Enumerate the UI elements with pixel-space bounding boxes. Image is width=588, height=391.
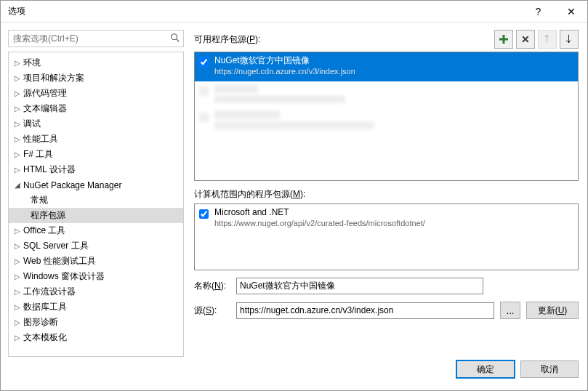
dialog-footer: 确定 取消 [1, 357, 587, 390]
sources-list[interactable]: NuGet微软官方中国镜像https://nuget.cdn.azure.cn/… [194, 52, 579, 181]
chevron-right-icon: ▷ [13, 242, 22, 250]
tree-item-label: 图形诊断 [22, 316, 58, 328]
remove-source-button[interactable]: ✕ [516, 30, 535, 49]
source-checkbox[interactable] [199, 209, 209, 219]
tree-item[interactable]: ▷性能工具 [9, 132, 183, 147]
tree-item-label: F# 工具 [22, 148, 53, 161]
chevron-right-icon: ▷ [13, 120, 22, 128]
tree-item-label: SQL Server 工具 [22, 240, 89, 252]
tree-item-label: 程序包源 [29, 209, 65, 222]
tree-item[interactable]: ▷数据库工具 [9, 299, 183, 315]
svg-rect-3 [499, 39, 508, 41]
tree-item-label: NuGet Package Manager [22, 180, 121, 190]
svg-point-0 [172, 34, 177, 40]
help-button[interactable]: ? [522, 1, 555, 23]
tree-item[interactable]: ▷调试 [9, 116, 183, 132]
source-name: NuGet微软官方中国镜像 [214, 55, 355, 66]
name-input[interactable] [236, 278, 483, 294]
tree-item-label: 文本编辑器 [22, 102, 67, 115]
plus-icon [499, 34, 509, 44]
options-tree[interactable]: ▷环境▷项目和解决方案▷源代码管理▷文本编辑器▷调试▷性能工具▷F# 工具▷HT… [8, 52, 184, 357]
tree-item[interactable]: ▷图形诊断 [9, 315, 183, 330]
tree-item[interactable]: ▷工作流设计器 [9, 284, 183, 299]
chevron-right-icon: ▷ [13, 257, 22, 265]
tree-item[interactable]: ◢NuGet Package Manager [9, 177, 183, 193]
tree-item-label: 数据库工具 [22, 301, 67, 313]
search-wrap [8, 30, 184, 47]
tree-item-label: 文本模板化 [22, 331, 67, 344]
search-input[interactable] [9, 31, 183, 47]
move-down-button[interactable]: 🡓 [560, 30, 579, 49]
tree-item-label: 性能工具 [22, 133, 58, 145]
chevron-down-icon: ◢ [13, 181, 22, 189]
tree-item[interactable]: ▷文本编辑器 [9, 101, 183, 116]
tree-subitem[interactable]: 程序包源 [9, 208, 183, 223]
tree-subitem[interactable]: 常规 [9, 193, 183, 208]
tree-item-label: 源代码管理 [22, 87, 67, 100]
chevron-right-icon: ▷ [13, 318, 22, 326]
svg-line-1 [177, 39, 180, 42]
tree-item[interactable]: ▷Web 性能测试工具 [9, 254, 183, 269]
chevron-right-icon: ▷ [13, 334, 22, 342]
source-checkbox[interactable] [199, 57, 209, 67]
source-label: 源(S): [194, 305, 230, 317]
tree-item-label: 项目和解决方案 [22, 72, 84, 84]
tree-item[interactable]: ▷Windows 窗体设计器 [9, 269, 183, 284]
machine-sources-label: 计算机范围内的程序包源(M): [194, 188, 579, 201]
chevron-right-icon: ▷ [13, 166, 22, 174]
browse-button[interactable]: ... [500, 302, 520, 319]
machine-sources-list[interactable]: Microsoft and .NEThttps://www.nuget.org/… [194, 203, 579, 270]
source-url: https://www.nuget.org/api/v2/curated-fee… [214, 218, 425, 229]
chevron-right-icon: ▷ [13, 227, 22, 235]
chevron-right-icon: ▷ [13, 89, 22, 97]
chevron-right-icon: ▷ [13, 273, 22, 281]
source-input[interactable] [236, 302, 494, 319]
source-name: Microsoft and .NET [214, 207, 425, 218]
sources-label: 可用程序包源(P): [194, 33, 494, 46]
name-field-row: 名称(N): [194, 278, 579, 294]
ok-button[interactable]: 确定 [456, 360, 515, 378]
titlebar: 选项 ? ✕ [1, 1, 587, 23]
sidebar: ▷环境▷项目和解决方案▷源代码管理▷文本编辑器▷调试▷性能工具▷F# 工具▷HT… [8, 30, 184, 357]
search-icon [170, 33, 180, 45]
tree-item[interactable]: ▷源代码管理 [9, 86, 183, 101]
tree-item[interactable]: ▷SQL Server 工具 [9, 238, 183, 254]
sources-header: 可用程序包源(P): ✕ 🡑 🡓 [194, 30, 579, 49]
dialog-body: ▷环境▷项目和解决方案▷源代码管理▷文本编辑器▷调试▷性能工具▷F# 工具▷HT… [1, 23, 587, 357]
tree-item[interactable]: ▷项目和解决方案 [9, 70, 183, 86]
source-item[interactable]: Microsoft and .NEThttps://www.nuget.org/… [195, 204, 578, 233]
cancel-button[interactable]: 取消 [520, 360, 579, 378]
tree-item-label: Office 工具 [22, 225, 65, 237]
update-button[interactable]: 更新(U) [526, 302, 579, 319]
chevron-right-icon: ▷ [13, 59, 22, 67]
tree-item-label: 调试 [22, 118, 41, 130]
chevron-right-icon: ▷ [13, 135, 22, 143]
tree-item[interactable]: ▷F# 工具 [9, 147, 183, 162]
source-field-row: 源(S): ... 更新(U) [194, 302, 579, 319]
tree-item[interactable]: ▷HTML 设计器 [9, 162, 183, 177]
redacted-source-item [195, 108, 578, 134]
source-item[interactable]: NuGet微软官方中国镜像https://nuget.cdn.azure.cn/… [195, 52, 578, 81]
tree-item-label: Windows 窗体设计器 [22, 270, 105, 283]
source-url: https://nuget.cdn.azure.cn/v3/index.json [214, 66, 355, 77]
tree-item[interactable]: ▷环境 [9, 55, 183, 70]
add-source-button[interactable] [494, 30, 513, 49]
chevron-right-icon: ▷ [13, 74, 22, 82]
arrow-down-icon: 🡓 [564, 33, 574, 45]
source-toolbar: ✕ 🡑 🡓 [494, 30, 579, 49]
arrow-up-icon: 🡑 [542, 33, 552, 45]
x-icon: ✕ [521, 33, 530, 45]
tree-item-label: 环境 [22, 57, 41, 69]
chevron-right-icon: ▷ [13, 105, 22, 113]
tree-item-label: Web 性能测试工具 [22, 255, 96, 267]
chevron-right-icon: ▷ [13, 150, 22, 158]
move-up-button[interactable]: 🡑 [538, 30, 557, 49]
tree-item[interactable]: ▷Office 工具 [9, 223, 183, 238]
window-title: 选项 [8, 5, 522, 17]
tree-item-label: 工作流设计器 [22, 286, 76, 298]
redacted-source-item [195, 81, 578, 108]
close-button[interactable]: ✕ [555, 1, 587, 23]
tree-item-label: HTML 设计器 [22, 164, 76, 176]
tree-item[interactable]: ▷文本模板化 [9, 330, 183, 345]
chevron-right-icon: ▷ [13, 288, 22, 296]
